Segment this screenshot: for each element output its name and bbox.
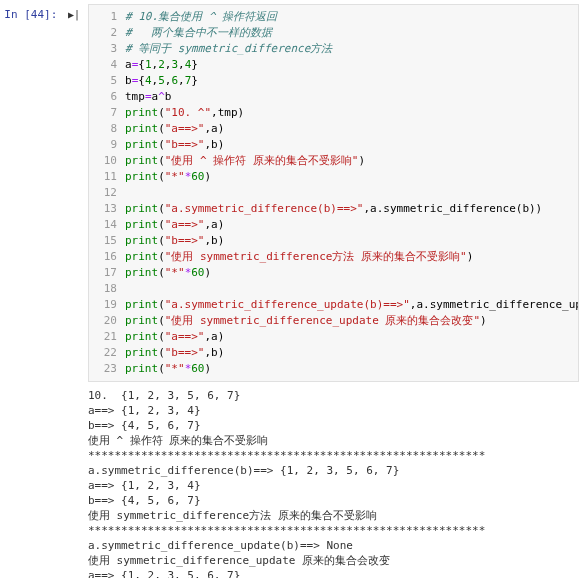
prompt-label: In [44]: <box>4 8 57 21</box>
code-line[interactable]: 6tmp=a^b <box>89 89 578 105</box>
code-content[interactable]: print("*"*60) <box>125 265 578 281</box>
code-line[interactable]: 21print("a==>",a) <box>89 329 578 345</box>
code-line[interactable]: 18 <box>89 281 578 297</box>
code-line[interactable]: 2# 两个集合中不一样的数据 <box>89 25 578 41</box>
line-number: 22 <box>89 345 125 361</box>
code-editor[interactable]: 1# 10.集合使用 ^ 操作符返回2# 两个集合中不一样的数据3# 等同于 s… <box>88 4 579 382</box>
output-area: 10. {1, 2, 3, 5, 6, 7} a==> {1, 2, 3, 4}… <box>0 382 579 578</box>
code-line[interactable]: 12 <box>89 185 578 201</box>
line-number: 6 <box>89 89 125 105</box>
line-number: 10 <box>89 153 125 169</box>
code-content[interactable]: print("a==>",a) <box>125 217 578 233</box>
line-number: 19 <box>89 297 125 313</box>
code-cell: In [44]: ▶| 1# 10.集合使用 ^ 操作符返回2# 两个集合中不一… <box>0 0 579 382</box>
line-number: 23 <box>89 361 125 377</box>
code-line[interactable]: 20print("使用 symmetric_difference_update … <box>89 313 578 329</box>
code-line[interactable]: 3# 等同于 symmetric_difference方法 <box>89 41 578 57</box>
code-content[interactable]: print("a==>",a) <box>125 121 578 137</box>
code-line[interactable]: 11print("*"*60) <box>89 169 578 185</box>
line-number: 20 <box>89 313 125 329</box>
code-line[interactable]: 16print("使用 symmetric_difference方法 原来的集合… <box>89 249 578 265</box>
code-line[interactable]: 4a={1,2,3,4} <box>89 57 578 73</box>
line-number: 9 <box>89 137 125 153</box>
code-content[interactable]: print("a.symmetric_difference(b)==>",a.s… <box>125 201 578 217</box>
code-line[interactable]: 17print("*"*60) <box>89 265 578 281</box>
code-line[interactable]: 22print("b==>",b) <box>89 345 578 361</box>
line-number: 11 <box>89 169 125 185</box>
line-number: 15 <box>89 233 125 249</box>
code-content[interactable]: print("*"*60) <box>125 169 578 185</box>
line-number: 18 <box>89 281 125 297</box>
code-content[interactable]: print("a.symmetric_difference_update(b)=… <box>125 297 579 313</box>
code-content[interactable]: print("使用 symmetric_difference_update 原来… <box>125 313 578 329</box>
code-content[interactable] <box>125 281 578 297</box>
code-content[interactable]: # 10.集合使用 ^ 操作符返回 <box>125 9 578 25</box>
line-number: 3 <box>89 41 125 57</box>
code-line[interactable]: 9print("b==>",b) <box>89 137 578 153</box>
code-content[interactable]: # 两个集合中不一样的数据 <box>125 25 578 41</box>
code-content[interactable]: print("a==>",a) <box>125 329 578 345</box>
code-content[interactable]: print("使用 ^ 操作符 原来的集合不受影响") <box>125 153 578 169</box>
line-number: 17 <box>89 265 125 281</box>
code-content[interactable]: print("*"*60) <box>125 361 578 377</box>
line-number: 12 <box>89 185 125 201</box>
line-number: 13 <box>89 201 125 217</box>
code-content[interactable]: print("b==>",b) <box>125 233 578 249</box>
code-content[interactable] <box>125 185 578 201</box>
code-content[interactable]: # 等同于 symmetric_difference方法 <box>125 41 578 57</box>
code-line[interactable]: 23print("*"*60) <box>89 361 578 377</box>
line-number: 8 <box>89 121 125 137</box>
code-line[interactable]: 7print("10. ^",tmp) <box>89 105 578 121</box>
code-content[interactable]: a={1,2,3,4} <box>125 57 578 73</box>
code-line[interactable]: 13print("a.symmetric_difference(b)==>",a… <box>89 201 578 217</box>
run-icon[interactable]: ▶| <box>68 9 80 20</box>
line-number: 5 <box>89 73 125 89</box>
line-number: 7 <box>89 105 125 121</box>
line-number: 14 <box>89 217 125 233</box>
code-line[interactable]: 15print("b==>",b) <box>89 233 578 249</box>
code-content[interactable]: b={4,5,6,7} <box>125 73 578 89</box>
line-number: 16 <box>89 249 125 265</box>
code-line[interactable]: 5b={4,5,6,7} <box>89 73 578 89</box>
line-number: 21 <box>89 329 125 345</box>
code-line[interactable]: 19print("a.symmetric_difference_update(b… <box>89 297 578 313</box>
line-number: 1 <box>89 9 125 25</box>
code-line[interactable]: 10print("使用 ^ 操作符 原来的集合不受影响") <box>89 153 578 169</box>
code-content[interactable]: print("b==>",b) <box>125 137 578 153</box>
line-number: 2 <box>89 25 125 41</box>
code-content[interactable]: print("b==>",b) <box>125 345 578 361</box>
code-line[interactable]: 8print("a==>",a) <box>89 121 578 137</box>
code-line[interactable]: 1# 10.集合使用 ^ 操作符返回 <box>89 9 578 25</box>
input-prompt: In [44]: ▶| <box>0 4 88 382</box>
code-content[interactable]: print("10. ^",tmp) <box>125 105 578 121</box>
code-line[interactable]: 14print("a==>",a) <box>89 217 578 233</box>
code-content[interactable]: print("使用 symmetric_difference方法 原来的集合不受… <box>125 249 578 265</box>
code-content[interactable]: tmp=a^b <box>125 89 578 105</box>
line-number: 4 <box>89 57 125 73</box>
